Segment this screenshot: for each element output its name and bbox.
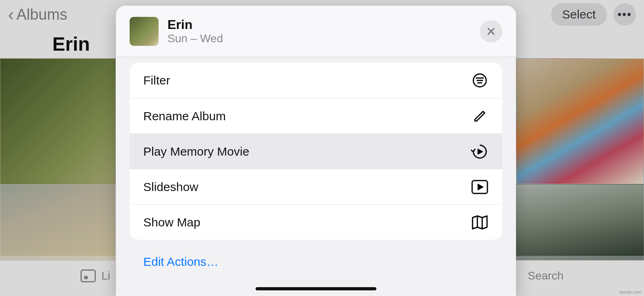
svg-marker-6 <box>478 184 483 190</box>
sheet-title: Erin <box>167 17 471 32</box>
filter-icon <box>471 72 489 88</box>
svg-marker-4 <box>478 149 483 154</box>
watermark: wsxdn.com <box>619 290 642 294</box>
sheet-header: Erin Sun – Wed <box>116 6 516 57</box>
action-filter[interactable]: Filter <box>130 63 502 98</box>
sheet-thumbnail <box>130 17 159 46</box>
action-list: Filter Rename Album Play Memory Movie Sl… <box>130 63 502 240</box>
edit-actions-row[interactable]: Edit Actions… <box>116 240 516 269</box>
action-label: Slideshow <box>143 180 471 194</box>
memory-play-icon <box>471 143 489 160</box>
action-label: Filter <box>143 74 471 87</box>
action-label: Rename Album <box>143 109 471 123</box>
action-play-memory-movie[interactable]: Play Memory Movie <box>130 134 502 169</box>
pencil-icon <box>471 108 489 124</box>
action-sheet: Erin Sun – Wed Filter Rename Album Play … <box>116 6 516 296</box>
play-rect-icon <box>471 179 489 195</box>
action-slideshow[interactable]: Slideshow <box>130 169 502 204</box>
close-button[interactable] <box>480 20 502 43</box>
close-icon <box>486 27 496 36</box>
map-icon <box>471 214 489 230</box>
action-show-map[interactable]: Show Map <box>130 204 502 240</box>
action-label: Play Memory Movie <box>143 145 471 158</box>
action-rename-album[interactable]: Rename Album <box>130 98 502 134</box>
home-indicator[interactable] <box>256 287 376 290</box>
edit-actions-label: Edit Actions… <box>143 255 219 268</box>
sheet-subtitle: Sun – Wed <box>167 32 471 45</box>
action-label: Show Map <box>143 216 471 229</box>
